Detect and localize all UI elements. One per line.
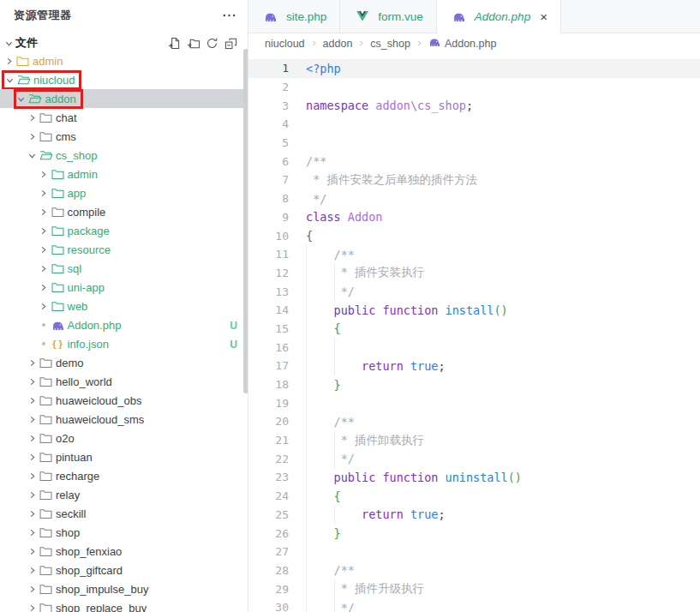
tree-item-web[interactable]: web bbox=[0, 297, 248, 315]
tree-item-shop_fenxiao[interactable]: shop_fenxiao bbox=[0, 542, 248, 561]
chevron-right-icon[interactable] bbox=[39, 301, 49, 311]
chevron-down-icon[interactable] bbox=[4, 75, 15, 85]
code-line-5[interactable]: 5 bbox=[248, 134, 700, 153]
tree-item-niucloud[interactable]: niucloud bbox=[0, 70, 248, 89]
chevron-right-icon[interactable] bbox=[27, 546, 37, 556]
code-line-14[interactable]: 14 public function install() bbox=[248, 301, 700, 320]
code-line-16[interactable]: 16 bbox=[248, 338, 700, 357]
files-section-header[interactable]: 文件 bbox=[0, 33, 248, 53]
chevron-right-icon[interactable] bbox=[39, 188, 49, 198]
code-line-26[interactable]: 26 } bbox=[248, 524, 700, 543]
tree-item-hello_world[interactable]: hello_world bbox=[0, 372, 248, 391]
tree-item-addon[interactable]: addon bbox=[0, 89, 248, 108]
code-line-9[interactable]: 9class Addon bbox=[248, 208, 700, 227]
code-line-12[interactable]: 12 * 插件安装执行 bbox=[248, 264, 700, 283]
collapse-all-icon[interactable] bbox=[224, 36, 237, 50]
chevron-right-icon[interactable] bbox=[27, 376, 37, 387]
code-line-19[interactable]: 19 bbox=[248, 393, 700, 412]
chevron-right-icon[interactable] bbox=[27, 112, 37, 123]
refresh-icon[interactable] bbox=[205, 36, 218, 50]
tree-item-chat[interactable]: chat bbox=[0, 108, 248, 127]
breadcrumb-item[interactable]: niucloud bbox=[265, 38, 305, 50]
tree-item-Addon.php[interactable]: Addon.phpU bbox=[0, 315, 248, 334]
code-line-21[interactable]: 21 * 插件卸载执行 bbox=[248, 431, 700, 450]
tree-item-admin[interactable]: admin bbox=[0, 165, 248, 183]
code-line-18[interactable]: 18 } bbox=[248, 375, 700, 394]
code-line-7[interactable]: 7 * 插件安装之后单独的插件方法 bbox=[248, 171, 700, 189]
code-line-29[interactable]: 29 * 插件升级执行 bbox=[248, 579, 700, 598]
chevron-right-icon[interactable] bbox=[27, 471, 37, 481]
chevron-right-icon[interactable] bbox=[3, 56, 14, 66]
code-line-27[interactable]: 27 bbox=[248, 543, 700, 561]
tree-item-resource[interactable]: resource bbox=[0, 240, 248, 259]
code-editor[interactable]: 1<?php23namespace addon\cs_shop;456/**7 … bbox=[248, 53, 700, 612]
chevron-right-icon[interactable] bbox=[27, 508, 37, 519]
tab-addon-php[interactable]: Addon.php × bbox=[437, 0, 561, 33]
code-line-13[interactable]: 13 */ bbox=[248, 282, 700, 301]
tree-item-shop[interactable]: shop bbox=[0, 523, 248, 542]
tree-item-shop_giftcard[interactable]: shop_giftcard bbox=[0, 561, 248, 579]
chevron-right-icon[interactable] bbox=[39, 263, 49, 273]
tab-site-php[interactable]: site.php bbox=[248, 0, 340, 33]
code-line-4[interactable]: 4 bbox=[248, 115, 700, 134]
code-line-25[interactable]: 25 return true; bbox=[248, 506, 700, 525]
tree-item-recharge[interactable]: recharge bbox=[0, 466, 248, 485]
chevron-right-icon[interactable] bbox=[39, 207, 49, 217]
code-line-2[interactable]: 2 bbox=[248, 78, 700, 97]
chevron-right-icon[interactable] bbox=[27, 603, 37, 612]
chevron-right-icon[interactable] bbox=[27, 414, 37, 424]
chevron-right-icon[interactable] bbox=[39, 225, 49, 236]
tree-item-demo[interactable]: demo bbox=[0, 353, 248, 372]
chevron-right-icon[interactable] bbox=[27, 395, 37, 405]
code-line-20[interactable]: 20 /** bbox=[248, 412, 700, 431]
code-line-10[interactable]: 10{ bbox=[248, 226, 700, 245]
tree-item-relay[interactable]: relay bbox=[0, 485, 248, 504]
tree-item-package[interactable]: package bbox=[0, 221, 248, 240]
tab-form-vue[interactable]: form.vue bbox=[340, 0, 437, 33]
tree-item-huaweicloud_obs[interactable]: huaweicloud_obs bbox=[0, 391, 248, 410]
tree-item-seckill[interactable]: seckill bbox=[0, 504, 248, 523]
tree-item-o2o[interactable]: o2o bbox=[0, 429, 248, 447]
chevron-right-icon[interactable] bbox=[27, 357, 37, 368]
tree-item-shop_replace_buy[interactable]: shop_replace_buy bbox=[0, 598, 248, 612]
tree-item-app[interactable]: app bbox=[0, 183, 248, 202]
chevron-right-icon[interactable] bbox=[27, 452, 37, 462]
chevron-right-icon[interactable] bbox=[39, 244, 49, 255]
chevron-right-icon[interactable] bbox=[39, 169, 49, 179]
tree-item-cs_shop[interactable]: cs_shop bbox=[0, 146, 248, 165]
breadcrumb-item[interactable]: addon bbox=[323, 38, 353, 50]
tree-item-shop_impulse_buy[interactable]: shop_impulse_buy bbox=[0, 579, 248, 598]
chevron-down-icon[interactable] bbox=[16, 93, 27, 104]
tree-item-cms[interactable]: cms bbox=[0, 127, 248, 146]
close-icon[interactable]: × bbox=[540, 10, 547, 23]
tree-item-huaweicloud_sms[interactable]: huaweicloud_sms bbox=[0, 410, 248, 429]
chevron-down-icon[interactable] bbox=[27, 150, 37, 160]
tree-item-admin[interactable]: admin bbox=[0, 51, 248, 70]
tree-item-uni-app[interactable]: uni-app bbox=[0, 278, 248, 297]
chevron-right-icon[interactable] bbox=[27, 131, 37, 141]
code-line-6[interactable]: 6/** bbox=[248, 152, 700, 171]
code-line-24[interactable]: 24 { bbox=[248, 487, 700, 506]
chevron-right-icon[interactable] bbox=[27, 565, 37, 575]
tree-item-pintuan[interactable]: pintuan bbox=[0, 447, 248, 466]
code-line-1[interactable]: 1<?php bbox=[248, 59, 700, 78]
chevron-right-icon[interactable] bbox=[27, 584, 37, 594]
code-line-28[interactable]: 28 /** bbox=[248, 561, 700, 580]
code-line-3[interactable]: 3namespace addon\cs_shop; bbox=[248, 96, 700, 115]
new-file-icon[interactable] bbox=[167, 36, 181, 50]
tree-item-sql[interactable]: sql bbox=[0, 259, 248, 278]
new-folder-icon[interactable] bbox=[186, 36, 200, 50]
chevron-right-icon[interactable] bbox=[39, 282, 49, 292]
tree-item-info.json[interactable]: { }info.jsonU bbox=[0, 334, 248, 353]
chevron-right-icon[interactable] bbox=[27, 433, 37, 443]
more-actions-icon[interactable] bbox=[223, 14, 236, 17]
code-line-15[interactable]: 15 { bbox=[248, 320, 700, 339]
breadcrumb-item[interactable]: cs_shop bbox=[370, 38, 410, 50]
code-line-23[interactable]: 23 public function uninstall() bbox=[248, 468, 700, 487]
code-line-22[interactable]: 22 */ bbox=[248, 449, 700, 468]
code-line-30[interactable]: 30 */ bbox=[248, 598, 700, 612]
code-line-17[interactable]: 17 return true; bbox=[248, 357, 700, 375]
chevron-right-icon[interactable] bbox=[27, 527, 37, 537]
code-line-11[interactable]: 11 /** bbox=[248, 245, 700, 264]
chevron-right-icon[interactable] bbox=[27, 489, 37, 500]
